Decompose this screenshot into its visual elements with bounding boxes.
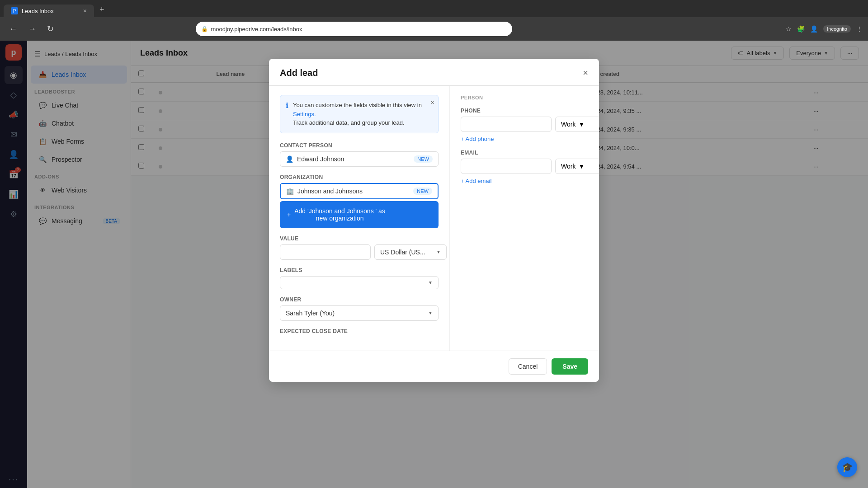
chevron-down-icon: ▼ [428,310,433,315]
profile-icon[interactable]: 👤 [810,25,818,33]
value-row: US Dollar (US... ▼ [280,244,439,260]
browser-actions: ☆ 🧩 👤 Incognito ⋮ [786,25,863,33]
modal-left-panel: ℹ You can customize the fields visible i… [269,86,450,351]
modal-overlay: Add lead × ℹ You can customize the field… [0,41,868,488]
modal-title: Add lead [280,68,318,78]
tab-favicon: P [11,7,18,14]
browser-chrome: P Leads Inbox × + ← → ↻ 🔒 moodjoy.pipedr… [0,0,868,41]
chevron-down-icon: ▼ [578,121,585,128]
save-button[interactable]: Save [552,358,588,375]
add-organization-suggestion[interactable]: + Add 'Johnson and Johnsons ' asnew orga… [280,201,439,228]
email-type-text: Work [561,163,576,170]
bookmark-icon[interactable]: ☆ [786,25,792,33]
extensions-icon[interactable]: 🧩 [797,25,805,33]
close-date-group: Expected close date [280,328,439,334]
email-group: Email Work ▼ + Add email [461,150,588,184]
contact-person-input[interactable] [297,155,410,163]
add-email-link[interactable]: + Add email [461,178,588,184]
phone-row: Work ▼ [461,117,588,132]
org-icon: 🏢 [286,188,294,195]
organization-group: Organization 🏢 NEW + Add 'Johnson and Jo… [280,174,439,228]
address-bar[interactable]: 🔒 moodjoy.pipedrive.com/leads/inbox [196,22,512,36]
browser-tab-leads[interactable]: P Leads Inbox × [4,5,94,17]
tab-bar: P Leads Inbox × + [0,0,868,17]
organization-field[interactable]: 🏢 NEW [280,183,439,199]
email-row: Work ▼ [461,159,588,174]
value-label: Value [280,235,439,242]
email-type-select[interactable]: Work ▼ [555,159,599,174]
suggestion-text: Add 'Johnson and Johnsons ' asnew organi… [294,207,385,222]
person-icon: 👤 [286,155,293,163]
forward-button[interactable]: → [24,23,40,36]
phone-type-text: Work [561,121,576,128]
person-section-label: PERSON [461,95,588,100]
owner-value: Sarah Tyler (You) [286,310,335,317]
phone-input[interactable] [461,117,552,132]
modal-body: ℹ You can customize the fields visible i… [269,86,599,351]
cancel-button[interactable]: Cancel [509,358,547,375]
add-phone-link[interactable]: + Add phone [461,136,588,142]
tab-title: Leads Inbox [22,8,54,14]
labels-label: Labels [280,267,439,273]
contact-person-group: Contact person 👤 NEW [280,142,439,167]
owner-label: Owner [280,296,439,303]
browser-toolbar: ← → ↻ 🔒 moodjoy.pipedrive.com/leads/inbo… [0,17,868,41]
modal-right-panel: PERSON Phone Work ▼ + Add phone Em [450,86,599,351]
phone-type-select[interactable]: Work ▼ [555,117,599,132]
close-date-label: Expected close date [280,328,439,334]
banner-close-button[interactable]: × [431,99,434,106]
org-new-badge: NEW [413,188,432,195]
labels-group: Labels ▼ [280,267,439,289]
phone-label: Phone [461,108,588,114]
contact-person-field[interactable]: 👤 NEW [280,151,439,167]
menu-icon[interactable]: ⋮ [856,25,863,33]
owner-group: Owner Sarah Tyler (You) ▼ [280,296,439,321]
modal-footer: Cancel Save [269,351,599,382]
modal-header: Add lead × [269,59,599,86]
chevron-down-icon: ▼ [436,249,441,254]
phone-group: Phone Work ▼ + Add phone [461,108,588,142]
new-badge: NEW [414,155,433,163]
organization-input[interactable] [297,188,410,195]
owner-select[interactable]: Sarah Tyler (You) ▼ [280,305,439,321]
chevron-down-icon: ▼ [428,280,433,285]
reload-button[interactable]: ↻ [43,22,57,36]
modal-close-button[interactable]: × [583,68,588,78]
contact-person-label: Contact person [280,142,439,149]
info-banner-text: You can customize the fields visible in … [293,101,433,127]
currency-select[interactable]: US Dollar (US... ▼ [374,244,447,260]
help-button[interactable]: 🎓 [837,457,857,477]
settings-link[interactable]: Settings. [293,111,316,117]
tab-close-button[interactable]: × [83,7,87,14]
value-group: Value US Dollar (US... ▼ [280,235,439,260]
currency-text: US Dollar (US... [380,249,425,256]
address-text: moodjoy.pipedrive.com/leads/inbox [211,26,302,33]
plus-icon: + [287,211,291,218]
new-tab-button[interactable]: + [94,2,110,17]
email-input[interactable] [461,159,552,174]
info-icon: ℹ [286,101,288,110]
add-lead-modal: Add lead × ℹ You can customize the field… [269,59,599,382]
chevron-down-icon: ▼ [578,163,585,170]
email-label: Email [461,150,588,156]
labels-select[interactable]: ▼ [280,276,439,289]
back-button[interactable]: ← [5,23,21,36]
info-banner: ℹ You can customize the fields visible i… [280,95,439,133]
value-input[interactable] [280,244,371,260]
organization-label: Organization [280,174,439,180]
incognito-badge: Incognito [823,25,851,33]
lock-icon: 🔒 [201,26,208,32]
